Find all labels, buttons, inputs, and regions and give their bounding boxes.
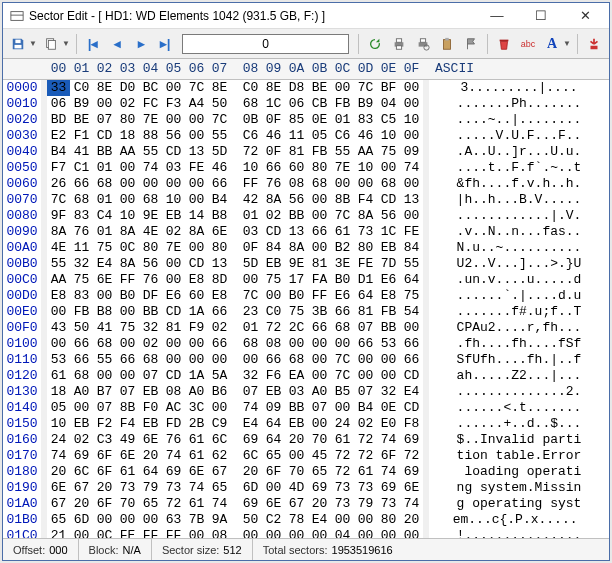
hex-byte[interactable]: B4 [47, 144, 70, 160]
hex-byte[interactable]: FC [139, 96, 162, 112]
hex-byte[interactable]: 07 [93, 400, 116, 416]
hex-byte[interactable]: 00 [239, 528, 262, 539]
hex-byte[interactable]: 76 [262, 176, 285, 192]
hex-byte[interactable]: 00 [239, 352, 262, 368]
hex-byte[interactable]: 66 [70, 352, 93, 368]
hex-byte[interactable]: 84 [400, 240, 423, 256]
hex-byte[interactable]: 74 [400, 160, 423, 176]
hex-byte[interactable]: 67 [70, 480, 93, 496]
hex-byte[interactable]: 10 [400, 112, 423, 128]
hex-byte[interactable]: BB [285, 208, 308, 224]
hex-byte[interactable]: 66 [70, 176, 93, 192]
ascii-cell[interactable]: loading operati [429, 464, 609, 480]
hex-byte[interactable]: B4 [208, 192, 231, 208]
hex-byte[interactable]: 84 [262, 240, 285, 256]
hex-byte[interactable]: 0C [116, 240, 139, 256]
hex-byte[interactable]: 66 [354, 336, 377, 352]
hex-byte[interactable]: 79 [139, 480, 162, 496]
hex-byte[interactable]: 61 [47, 368, 70, 384]
hex-byte[interactable]: 67 [285, 496, 308, 512]
hex-byte[interactable]: 66 [308, 320, 331, 336]
hex-byte[interactable]: 9E [285, 256, 308, 272]
hex-byte[interactable]: 85 [285, 112, 308, 128]
ascii-cell[interactable]: .......Ph....... [429, 96, 609, 112]
hex-byte[interactable]: 56 [285, 192, 308, 208]
hex-byte[interactable]: 53 [377, 336, 400, 352]
hex-byte[interactable]: 00 [116, 368, 139, 384]
hex-byte[interactable]: 74 [139, 160, 162, 176]
hex-byte[interactable]: 72 [239, 144, 262, 160]
hex-byte[interactable]: 75 [116, 320, 139, 336]
print-button[interactable] [388, 33, 410, 55]
hex-byte[interactable]: 45 [308, 448, 331, 464]
hex-byte[interactable]: 10 [116, 208, 139, 224]
hex-byte[interactable]: B0 [285, 288, 308, 304]
hex-byte[interactable]: 68 [93, 176, 116, 192]
hex-byte[interactable]: 76 [70, 224, 93, 240]
ascii-cell[interactable]: 3.........|.... [429, 79, 609, 96]
hex-byte[interactable]: CD [400, 368, 423, 384]
hex-byte[interactable]: 53 [47, 352, 70, 368]
hex-byte[interactable]: 8A [116, 256, 139, 272]
hex-byte[interactable]: 07 [93, 112, 116, 128]
hex-byte[interactable]: 7C [47, 192, 70, 208]
hex-byte[interactable]: FF [162, 528, 185, 539]
hex-byte[interactable]: 00 [139, 512, 162, 528]
hex-byte[interactable]: 70 [285, 464, 308, 480]
hex-byte[interactable]: E6 [162, 288, 185, 304]
hex-byte[interactable]: 3B [308, 304, 331, 320]
hex-byte[interactable]: 74 [47, 448, 70, 464]
hex-viewer[interactable]: 000102030405060708090A0B0C0D0E0FASCII 00… [3, 59, 609, 538]
hex-byte[interactable]: 6E [116, 448, 139, 464]
hex-byte[interactable]: A4 [185, 96, 208, 112]
hex-byte[interactable]: 66 [116, 352, 139, 368]
ascii-cell[interactable]: .......f#.u;f..T [429, 304, 609, 320]
hex-byte[interactable]: CB [308, 96, 331, 112]
hex-byte[interactable]: 80 [308, 160, 331, 176]
hex-byte[interactable]: 00 [162, 336, 185, 352]
hex-byte[interactable]: 65 [262, 448, 285, 464]
hex-byte[interactable]: 06 [285, 96, 308, 112]
hex-byte[interactable]: 09 [262, 400, 285, 416]
hex-byte[interactable]: 75 [70, 272, 93, 288]
hex-byte[interactable]: 61 [116, 464, 139, 480]
ascii-cell[interactable]: CPAu2....r,fh... [429, 320, 609, 336]
hex-byte[interactable]: A0 [308, 384, 331, 400]
hex-byte[interactable]: 43 [47, 320, 70, 336]
hex-byte[interactable]: 00 [93, 512, 116, 528]
hex-byte[interactable]: 68 [70, 192, 93, 208]
hex-byte[interactable]: A0 [70, 384, 93, 400]
hex-byte[interactable]: E2 [47, 128, 70, 144]
hex-byte[interactable]: 80 [377, 512, 400, 528]
hex-byte[interactable]: 61 [185, 496, 208, 512]
hex-byte[interactable]: 1C [377, 224, 400, 240]
hex-byte[interactable]: 32 [70, 256, 93, 272]
last-button[interactable]: ▸| [154, 33, 176, 55]
hex-byte[interactable]: 04 [377, 96, 400, 112]
hex-byte[interactable]: 00 [308, 528, 331, 539]
hex-byte[interactable]: 68 [139, 352, 162, 368]
hex-byte[interactable]: 00 [308, 208, 331, 224]
hex-byte[interactable]: 73 [354, 224, 377, 240]
hex-byte[interactable]: EA [285, 368, 308, 384]
hex-byte[interactable]: 00 [308, 192, 331, 208]
hex-byte[interactable]: 32 [239, 368, 262, 384]
hex-byte[interactable]: 00 [70, 400, 93, 416]
hex-byte[interactable]: 20 [139, 448, 162, 464]
hex-byte[interactable]: 75 [400, 288, 423, 304]
hex-byte[interactable]: 6E [93, 272, 116, 288]
delete-button[interactable] [493, 33, 515, 55]
ascii-cell[interactable]: tion table.Error [429, 448, 609, 464]
hex-byte[interactable]: 8E [262, 79, 285, 96]
hex-byte[interactable]: F9 [185, 320, 208, 336]
hex-byte[interactable]: 69 [400, 464, 423, 480]
hex-byte[interactable]: 74 [208, 496, 231, 512]
hex-byte[interactable]: 55 [331, 144, 354, 160]
hex-byte[interactable]: B0 [116, 288, 139, 304]
hex-byte[interactable]: 5D [208, 144, 231, 160]
hex-byte[interactable]: 7D [377, 256, 400, 272]
ascii-cell[interactable]: |h..h...B.V..... [429, 192, 609, 208]
hex-byte[interactable]: 00 [400, 128, 423, 144]
hex-byte[interactable]: 46 [354, 128, 377, 144]
hex-byte[interactable]: 01 [239, 208, 262, 224]
